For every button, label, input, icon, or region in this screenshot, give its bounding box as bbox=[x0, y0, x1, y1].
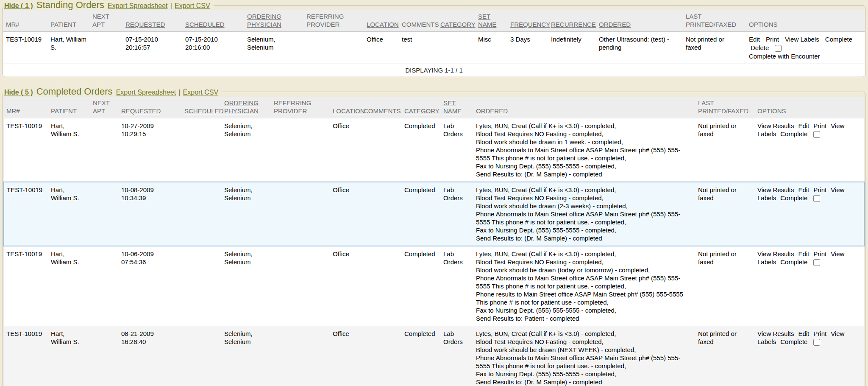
column-header-requested[interactable]: REQUESTED bbox=[125, 21, 165, 28]
standing-header-row: MR# PATIENT NEXT APT REQUESTED SCHEDULED… bbox=[3, 10, 865, 32]
patient-cell: Hart, William S. bbox=[48, 118, 90, 182]
patient-cell: Hart, William S. bbox=[48, 32, 90, 64]
view-results-link[interactable]: View Results bbox=[757, 186, 794, 193]
complete-with-encounter-checkbox[interactable] bbox=[775, 45, 782, 52]
edit-link[interactable]: Edit bbox=[749, 36, 760, 43]
next-apt-cell bbox=[90, 32, 123, 64]
ordered-cell: Lytes, BUN, Creat (Call if K+ is <3.0) -… bbox=[473, 326, 696, 386]
column-header-ordered[interactable]: ORDERED bbox=[599, 21, 631, 28]
column-header-category[interactable]: CATEGORY bbox=[404, 107, 440, 115]
completed-export-spreadsheet-link[interactable]: Export Spreadsheet bbox=[116, 89, 176, 96]
ordering-physician-cell: Selenium, Selenium bbox=[245, 32, 304, 64]
complete-checkbox[interactable] bbox=[813, 339, 820, 346]
print-link[interactable]: Print bbox=[813, 330, 826, 337]
complete-checkbox[interactable] bbox=[813, 195, 820, 202]
column-header-options: OPTIONS bbox=[746, 10, 865, 32]
print-link[interactable]: Print bbox=[766, 36, 779, 43]
completed-orders-section: Hide ( 5 ) Completed Orders Export Sprea… bbox=[3, 87, 865, 386]
view-results-link[interactable]: View Results bbox=[757, 122, 794, 129]
legend-separator: | bbox=[170, 2, 173, 9]
column-header-scheduled[interactable]: SCHEDULED bbox=[184, 107, 224, 115]
location-cell: Office bbox=[330, 326, 361, 386]
next-apt-cell bbox=[90, 326, 119, 386]
standing-export-csv-link[interactable]: Export CSV bbox=[175, 2, 210, 9]
edit-link[interactable]: Edit bbox=[798, 250, 809, 257]
column-header-recurrence[interactable]: RECURRENCE bbox=[551, 21, 596, 28]
column-header-location[interactable]: LOCATION bbox=[367, 21, 399, 28]
column-header-ordered[interactable]: ORDERED bbox=[476, 107, 508, 115]
complete-link[interactable]: Complete bbox=[780, 258, 807, 266]
options-cell: View ResultsEditPrintView LabelsComplete bbox=[755, 182, 864, 246]
column-header-options: OPTIONS bbox=[755, 97, 864, 118]
complete-with-encounter-label: Complete with Encounter bbox=[749, 52, 861, 60]
complete-link[interactable]: Complete bbox=[780, 194, 807, 201]
completed-orders-legend: Hide ( 5 ) Completed Orders Export Sprea… bbox=[3, 87, 222, 96]
mr-cell: TEST-10019 bbox=[3, 32, 48, 64]
requested-cell: 10-08-2009 10:34:39 bbox=[119, 182, 182, 246]
referring-provider-cell bbox=[271, 326, 330, 386]
standing-section-title: Standing Orders bbox=[35, 0, 106, 10]
edit-link[interactable]: Edit bbox=[798, 186, 809, 193]
column-header-comments: COMMENTS bbox=[399, 10, 438, 32]
options-cell: Edit Print View Labels Complete Delete C… bbox=[746, 32, 865, 64]
print-link[interactable]: Print bbox=[813, 186, 826, 193]
comments-cell bbox=[361, 118, 402, 182]
complete-checkbox[interactable] bbox=[813, 131, 820, 138]
print-link[interactable]: Print bbox=[813, 250, 826, 257]
column-header-next-apt: NEXT APT bbox=[90, 97, 119, 118]
column-header-patient: PATIENT bbox=[48, 97, 90, 118]
column-header-set-name[interactable]: SET NAME bbox=[478, 13, 496, 28]
category-cell: Completed bbox=[402, 118, 441, 182]
column-header-set-name[interactable]: SET NAME bbox=[443, 99, 462, 115]
referring-provider-cell bbox=[271, 118, 330, 182]
standing-export-spreadsheet-link[interactable]: Export Spreadsheet bbox=[108, 2, 167, 9]
print-link[interactable]: Print bbox=[813, 122, 826, 129]
completed-header-row: MR# PATIENT NEXT APT REQUESTED SCHEDULED… bbox=[4, 97, 864, 118]
view-labels-link[interactable]: View Labels bbox=[785, 36, 819, 43]
completed-order-row: TEST-10019 Hart, William S. 10-27-2009 1… bbox=[4, 118, 864, 182]
column-header-ordering-physician[interactable]: ORDERING PHYSICIAN bbox=[224, 99, 259, 115]
delete-link[interactable]: Delete bbox=[751, 44, 769, 51]
set-name-cell: Lab Orders bbox=[441, 118, 473, 182]
category-cell: Completed bbox=[402, 326, 441, 386]
standing-orders-legend: Hide ( 1 ) Standing Orders Export Spread… bbox=[3, 1, 214, 10]
column-header-requested[interactable]: REQUESTED bbox=[121, 107, 161, 115]
standing-orders-section: Hide ( 1 ) Standing Orders Export Spread… bbox=[3, 1, 865, 77]
column-header-location[interactable]: LOCATION bbox=[333, 107, 365, 115]
column-header-scheduled[interactable]: SCHEDULED bbox=[185, 21, 225, 28]
ordered-cell: Other Ultrasound: (test) - pending bbox=[596, 32, 683, 64]
next-apt-cell bbox=[90, 118, 119, 182]
ordering-physician-cell: Selenium, Selenium bbox=[222, 246, 271, 326]
column-header-ordering-physician[interactable]: ORDERING PHYSICIAN bbox=[247, 13, 281, 28]
complete-link[interactable]: Complete bbox=[780, 130, 807, 137]
patient-cell: Hart, William S. bbox=[48, 182, 90, 246]
standing-hide-toggle-link[interactable]: Hide ( 1 ) bbox=[4, 2, 33, 9]
complete-link[interactable]: Complete bbox=[780, 338, 807, 345]
mr-cell: TEST-10019 bbox=[4, 182, 48, 246]
referring-provider-cell bbox=[304, 32, 364, 64]
recurrence-cell: Indefinitely bbox=[548, 32, 596, 64]
edit-link[interactable]: Edit bbox=[798, 122, 809, 129]
requested-cell: 10-06-2009 07:54:36 bbox=[119, 246, 182, 326]
view-results-link[interactable]: View Results bbox=[757, 250, 794, 257]
column-header-frequency[interactable]: FREQUENCY bbox=[510, 21, 550, 28]
requested-cell: 10-27-2009 10:29:15 bbox=[119, 118, 182, 182]
complete-checkbox[interactable] bbox=[813, 259, 820, 266]
location-cell: Office bbox=[330, 246, 361, 326]
complete-link[interactable]: Complete bbox=[825, 36, 852, 43]
column-header-category[interactable]: CATEGORY bbox=[440, 21, 476, 28]
last-printed-faxed-cell: Not printed or faxed bbox=[683, 32, 746, 64]
view-results-link[interactable]: View Results bbox=[757, 330, 794, 337]
completed-orders-table: MR# PATIENT NEXT APT REQUESTED SCHEDULED… bbox=[3, 97, 865, 386]
location-cell: Office bbox=[364, 32, 399, 64]
requested-cell: 08-21-2009 16:28:40 bbox=[119, 326, 182, 386]
column-header-referring-provider: REFERRING PROVIDER bbox=[271, 97, 330, 118]
completed-export-csv-link[interactable]: Export CSV bbox=[183, 89, 219, 96]
referring-provider-cell bbox=[271, 246, 330, 326]
completed-hide-toggle-link[interactable]: Hide ( 5 ) bbox=[4, 89, 33, 96]
completed-order-row: TEST-10019 Hart, William S. 08-21-2009 1… bbox=[4, 326, 864, 386]
ordered-cell: Lytes, BUN, Creat (Call if K+ is <3.0) -… bbox=[473, 118, 696, 182]
displaying-text: DISPLAYING 1-1 / 1 bbox=[3, 64, 865, 77]
edit-link[interactable]: Edit bbox=[798, 330, 809, 337]
ordered-cell: Lytes, BUN, Creat (Call if K+ is <3.0) -… bbox=[473, 182, 696, 246]
